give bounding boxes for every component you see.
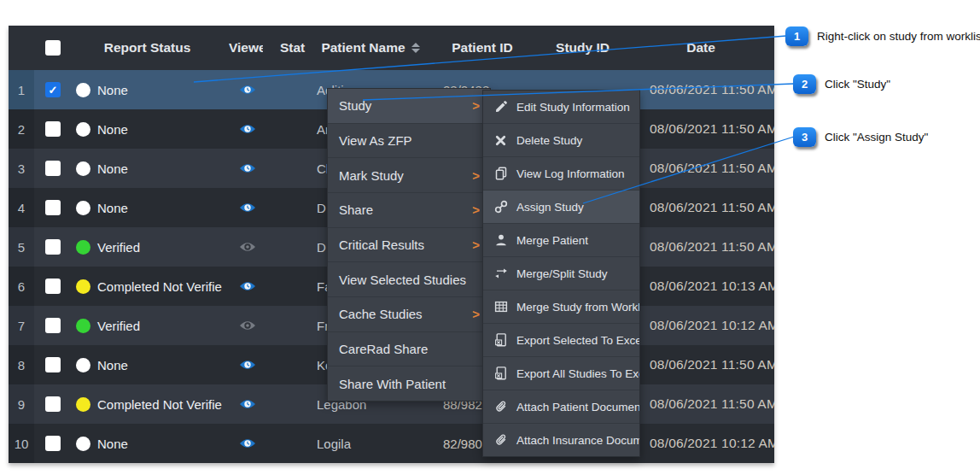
viewed-eye-icon[interactable]: [239, 84, 256, 96]
callout-label-1: Right-click on study from worklist: [817, 30, 980, 43]
status-label: Completed Not Verified: [97, 279, 222, 294]
status-dot: [76, 319, 90, 333]
status-label: None: [97, 122, 128, 137]
submenu-chevron-icon: >: [472, 168, 480, 183]
submenu-item-export-all-studies-to-excel[interactable]: Export All Studies To Excel: [483, 357, 639, 390]
menu-item-share[interactable]: Share >: [328, 193, 490, 228]
menu-item-view-as-zfp[interactable]: View As ZFP: [328, 124, 490, 159]
study-submenu: Edit Study Information Delete Study View…: [482, 90, 640, 457]
viewed-eye-icon[interactable]: [239, 280, 256, 292]
row-number: 5: [9, 227, 34, 267]
menu-item-mark-study[interactable]: Mark Study >: [328, 158, 490, 193]
header-study-id[interactable]: Study ID: [538, 40, 627, 56]
callout-label-3: Click "Assign Study": [825, 131, 928, 144]
header-date[interactable]: Date: [627, 40, 774, 56]
row-checkbox[interactable]: ✓: [45, 357, 61, 372]
viewed-eye-icon[interactable]: [239, 123, 256, 135]
row-checkbox[interactable]: ✓: [45, 161, 61, 176]
menu-item-share-with-patient[interactable]: Share With Patient: [328, 367, 490, 401]
study-date: 08/06/2021 11:50 AM: [627, 121, 774, 137]
row-checkbox[interactable]: ✓: [45, 279, 61, 294]
checkmark-icon: ✓: [49, 85, 58, 96]
status-dot: [76, 201, 90, 215]
row-number: 4: [9, 188, 34, 227]
menu-item-critical-results[interactable]: Critical Results >: [328, 228, 490, 263]
viewed-eye-icon[interactable]: [239, 241, 256, 253]
table-grid-icon: [493, 300, 508, 314]
select-all-checkbox[interactable]: ✓: [45, 40, 61, 56]
submenu-chevron-icon: >: [472, 307, 480, 321]
paperclip-icon: [493, 433, 508, 447]
viewed-eye-icon[interactable]: [239, 162, 256, 174]
status-label: Verified: [97, 319, 140, 333]
submenu-item-merge-patient[interactable]: Merge Patient: [483, 224, 639, 257]
callout-badge-2: 2: [793, 74, 816, 94]
patient-name: Logila: [314, 437, 427, 451]
status-dot: [76, 437, 90, 451]
status-dot: [76, 161, 90, 176]
worklist-header-row: ✓ Report Status Viewed Stat Patient Name…: [9, 26, 774, 70]
row-number: 9: [9, 384, 34, 424]
viewed-eye-icon[interactable]: [239, 359, 256, 371]
row-checkbox[interactable]: ✓: [45, 436, 61, 451]
header-stat[interactable]: Stat: [273, 40, 314, 56]
study-date: 08/06/2021 10:12 AM: [627, 318, 774, 333]
submenu-chevron-icon: >: [472, 98, 480, 113]
status-label: None: [97, 161, 128, 176]
status-dot: [76, 240, 90, 255]
row-checkbox[interactable]: ✓: [45, 239, 61, 255]
status-dot: [76, 397, 90, 412]
status-label: None: [97, 437, 128, 451]
table-row[interactable]: 10 ✓ None Logila 82/980 08/06/2021 10:12…: [9, 424, 774, 463]
callout-badge-3: 3: [793, 127, 816, 147]
submenu-item-merge-split-study[interactable]: Merge/Split Study: [483, 257, 639, 290]
row-number: 1: [9, 70, 34, 109]
study-date: 08/06/2021 10:13 AM: [627, 279, 774, 294]
study-date: 08/06/2021 11:50 AM: [627, 200, 774, 215]
submenu-item-attach-insurance-document[interactable]: Attach Insurance Document: [483, 424, 639, 456]
row-number: 10: [9, 424, 34, 463]
pencil-icon: [493, 100, 508, 114]
row-checkbox[interactable]: ✓: [45, 200, 61, 215]
sort-icon[interactable]: [411, 43, 420, 53]
status-dot: [76, 122, 90, 137]
row-number: 8: [9, 345, 34, 384]
status-dot: [76, 358, 90, 372]
menu-item-study[interactable]: Study >: [328, 89, 490, 124]
row-number: 2: [9, 109, 34, 149]
callout-badge-1: 1: [785, 26, 808, 46]
header-report-status[interactable]: Report Status: [73, 40, 222, 56]
study-date: 08/06/2021 11:50 AM: [627, 161, 774, 176]
viewed-eye-icon[interactable]: [239, 437, 256, 449]
menu-item-cache-studies[interactable]: Cache Studies >: [328, 297, 490, 332]
submenu-item-delete-study[interactable]: Delete Study: [483, 124, 639, 157]
submenu-item-assign-study[interactable]: Assign Study: [483, 191, 639, 224]
viewed-eye-icon[interactable]: [239, 320, 256, 331]
submenu-item-export-selected-to-excel[interactable]: Export Selected To Excel: [483, 324, 639, 357]
menu-item-view-selected-studies[interactable]: View Selected Studies: [328, 262, 490, 297]
submenu-item-view-log-information[interactable]: View Log Information: [483, 157, 639, 191]
status-dot: [76, 279, 90, 294]
status-label: None: [97, 83, 128, 97]
submenu-item-merge-study-from-worklist[interactable]: Merge Study from Worklist: [483, 290, 639, 324]
row-checkbox[interactable]: ✓: [45, 318, 61, 333]
row-checkbox[interactable]: ✓: [45, 121, 61, 137]
header-viewed[interactable]: Viewed: [222, 40, 273, 56]
row-checkbox[interactable]: ✓: [45, 82, 61, 97]
header-patient-id[interactable]: Patient ID: [427, 40, 538, 56]
paperclip-icon: [493, 400, 508, 413]
viewed-eye-icon[interactable]: [239, 202, 256, 214]
callout-label-2: Click "Study": [825, 78, 890, 91]
row-number: 7: [9, 306, 34, 345]
study-date: 08/06/2021 11:50 AM: [627, 239, 774, 255]
submenu-item-edit-study-information[interactable]: Edit Study Information: [483, 91, 639, 124]
row-number: 6: [9, 267, 34, 306]
header-patient-name[interactable]: Patient Name: [314, 40, 427, 56]
row-checkbox[interactable]: ✓: [45, 396, 61, 412]
excel-file-icon: [493, 333, 508, 347]
viewed-eye-icon[interactable]: [239, 398, 256, 410]
status-label: Verified: [97, 240, 140, 255]
menu-item-carerad-share[interactable]: CareRad Share: [328, 332, 490, 367]
submenu-item-attach-patient-document[interactable]: Attach Patient Document: [483, 390, 639, 424]
submenu-chevron-icon: >: [472, 202, 480, 217]
